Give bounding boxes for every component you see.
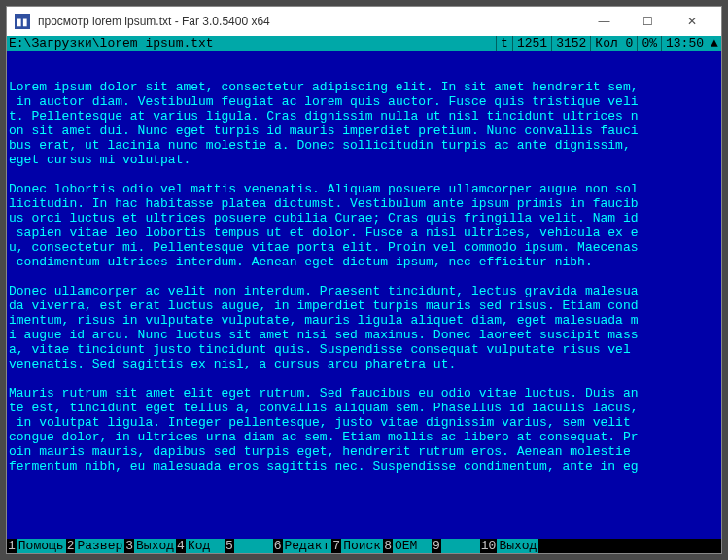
key-label: Редакт [283, 539, 332, 553]
keybar-f5[interactable]: 5 [225, 539, 273, 553]
key-label: Развер [75, 539, 124, 553]
status-column: Кол 0 [590, 36, 637, 51]
keybar: 1 Помощь 2 Развер 3 Выход 4 Код 5 6 [7, 539, 721, 553]
key-label [441, 539, 480, 553]
titlebar[interactable]: ▮▮ просмотр lorem ipsum.txt - Far 3.0.54… [7, 7, 721, 36]
viewer-content[interactable]: Lorem ipsum dolor sit amet, consectetur … [7, 51, 721, 539]
key-num: 4 [176, 539, 186, 553]
minimize-button[interactable]: — [582, 8, 626, 35]
key-num: 10 [480, 539, 498, 553]
app-window: ▮▮ просмотр lorem ipsum.txt - Far 3.0.54… [6, 6, 722, 554]
console-area: E:\Загрузки\lorem ipsum.txt t 1251 3152 … [7, 36, 721, 553]
key-label [234, 539, 273, 553]
key-num: 7 [331, 539, 341, 553]
scrollbar-track[interactable] [708, 51, 721, 539]
status-codepage: 1251 [512, 36, 551, 51]
file-text: Lorem ipsum dolor sit amet, consectetur … [9, 80, 639, 473]
viewer-statusbar: E:\Загрузки\lorem ipsum.txt t 1251 3152 … [7, 36, 721, 51]
keybar-f4[interactable]: 4 Код [176, 539, 225, 553]
keybar-f3[interactable]: 3 Выход [124, 539, 176, 553]
keybar-f8[interactable]: 8 OEM [383, 539, 432, 553]
maximize-button[interactable]: ☐ [626, 8, 670, 35]
status-filesize: 3152 [551, 36, 590, 51]
window-title: просмотр lorem ipsum.txt - Far 3.0.5400 … [38, 15, 582, 28]
keybar-f9[interactable]: 9 [432, 539, 480, 553]
key-num: 5 [225, 539, 234, 553]
keybar-f1[interactable]: 1 Помощь [7, 539, 66, 553]
key-label: Код [186, 539, 225, 553]
key-label: Поиск [341, 539, 383, 553]
key-num: 6 [273, 539, 283, 553]
key-label: Выход [134, 539, 176, 553]
key-label: Помощь [17, 539, 66, 553]
window-controls: — ☐ ✕ [582, 8, 713, 35]
status-time: 13:50 [661, 36, 708, 51]
key-num: 9 [432, 539, 441, 553]
key-num: 3 [124, 539, 134, 553]
status-percent: 0% [637, 36, 661, 51]
keybar-f2[interactable]: 2 Развер [66, 539, 125, 553]
status-encoding-flag: t [496, 36, 512, 51]
app-icon: ▮▮ [15, 14, 30, 29]
close-button[interactable]: ✕ [670, 8, 713, 35]
key-num: 8 [383, 539, 393, 553]
key-num: 1 [7, 539, 17, 553]
keybar-f10[interactable]: 10 Выход [480, 539, 539, 553]
key-num: 2 [66, 539, 76, 553]
key-label: OEM [393, 539, 432, 553]
keybar-f7[interactable]: 7 Поиск [331, 539, 383, 553]
key-label: Выход [497, 539, 538, 553]
keybar-f6[interactable]: 6 Редакт [273, 539, 332, 553]
scroll-up-icon[interactable]: ▲ [708, 36, 721, 51]
file-path: E:\Загрузки\lorem ipsum.txt [7, 36, 496, 51]
